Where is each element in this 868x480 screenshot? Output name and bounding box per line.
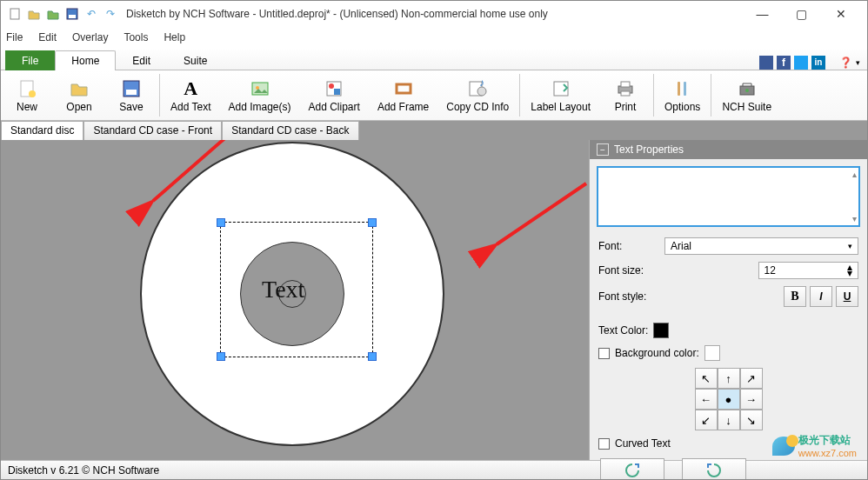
help-dropdown-icon[interactable]: ▾ [856,58,860,67]
menu-edit[interactable]: Edit [38,31,57,43]
close-button[interactable]: ✕ [821,2,860,26]
scroll-down-icon[interactable]: ▾ [852,214,857,223]
title-bar: ↶ ↷ Disketch by NCH Software - Untitled.… [1,1,867,27]
tab-edit[interactable]: Edit [116,50,167,70]
tab-cd-case-back[interactable]: Standard CD case - Back [222,121,358,140]
curved-text-label: Curved Text [615,437,671,450]
text-color-label: Text Color: [598,324,648,337]
redo-icon[interactable]: ↷ [103,7,117,21]
properties-panel: − Text Properties ▴ ▾ Font: Arial ▾ Font… [589,140,867,460]
action-button-1[interactable] [600,458,664,480]
resize-handle-br[interactable] [368,352,377,361]
tab-file[interactable]: File [5,50,55,70]
add-text-icon: A [180,78,201,99]
align-bl[interactable]: ↙ [695,410,718,430]
resize-handle-bl[interactable] [217,352,225,361]
underline-button[interactable]: U [836,286,858,307]
watermark: 极光下载站 www.xz7.com [772,433,857,458]
svg-rect-12 [397,84,411,93]
like-icon[interactable] [759,56,773,70]
linkedin-icon[interactable]: in [811,56,825,70]
font-size-label: Font size: [598,264,659,277]
alignment-grid: ↖ ↑ ↗ ← ● → ↙ ↓ ↘ [695,368,763,430]
align-ml[interactable]: ← [695,389,718,410]
add-text-button[interactable]: A Add Text [162,70,219,120]
add-frame-icon [393,78,414,99]
add-clipart-button[interactable]: Add Clipart [300,70,369,120]
facebook-icon[interactable]: f [777,56,791,70]
minimize-button[interactable]: — [743,2,782,26]
properties-title: Text Properties [614,143,684,156]
print-icon [615,78,636,99]
print-button[interactable]: Print [599,70,651,120]
copy-cd-info-icon: ♪ [467,78,488,99]
new-file-icon[interactable] [8,7,22,21]
text-color-swatch[interactable] [653,323,669,338]
watermark-logo-icon [772,437,795,456]
tab-cd-case-front[interactable]: Standard CD case - Front [83,121,222,140]
font-select[interactable]: Arial ▾ [664,237,858,255]
nch-suite-button[interactable]: NCH Suite [713,70,780,120]
canvas[interactable]: Text [1,140,589,460]
scroll-up-icon[interactable]: ▴ [852,170,857,179]
workspace: Text − Text Properties ▴ ▾ Font: Arial ▾… [1,140,867,460]
align-bc[interactable]: ↓ [718,410,740,430]
svg-rect-11 [334,89,340,95]
bg-color-checkbox[interactable] [598,348,610,359]
curved-text-checkbox[interactable] [598,438,610,450]
align-tr[interactable]: ↗ [740,368,763,389]
save-button[interactable]: Save [105,70,157,120]
undo-icon[interactable]: ↶ [84,7,98,21]
add-clipart-icon [324,78,344,99]
action-button-2[interactable] [682,458,746,480]
text-input[interactable]: ▴ ▾ [597,166,860,227]
help-icon[interactable]: ❓ [839,57,852,69]
svg-rect-21 [684,82,686,96]
new-button[interactable]: New [1,70,53,120]
canvas-text-object[interactable]: Text [262,276,304,303]
menu-overlay[interactable]: Overlay [72,31,108,43]
open-recent-icon[interactable] [46,7,60,21]
add-images-button[interactable]: Add Image(s) [219,70,299,120]
quick-access-toolbar: ↶ ↷ [8,7,117,21]
label-layout-button[interactable]: Label Layout [522,70,599,120]
ribbon-right: f in ❓ ▾ [759,56,867,70]
ribbon: New Open Save A Add Text Add Image(s) Ad… [1,70,867,121]
save-icon[interactable] [65,7,79,21]
resize-handle-tr[interactable] [368,218,377,227]
svg-rect-2 [69,15,76,18]
italic-button[interactable]: I [810,286,832,307]
window-title: Disketch by NCH Software - Untitled.depr… [126,8,548,20]
align-br[interactable]: ↘ [740,410,763,430]
align-tc[interactable]: ↑ [718,368,740,389]
menu-file[interactable]: File [6,31,23,43]
save-icon [121,78,142,99]
status-text: Disketch v 6.21 © NCH Software [8,464,159,477]
collapse-icon[interactable]: − [597,143,609,156]
font-label: Font: [598,240,659,252]
svg-point-23 [745,89,749,92]
chevron-down-icon: ▾ [848,242,852,250]
menu-help[interactable]: Help [164,31,185,43]
new-icon [17,78,37,99]
twitter-icon[interactable] [794,56,808,70]
align-mr[interactable]: → [740,389,763,410]
options-button[interactable]: Options [656,70,709,120]
resize-handle-tl[interactable] [217,218,225,227]
add-frame-button[interactable]: Add Frame [369,70,437,120]
tab-home[interactable]: Home [55,50,116,70]
menu-tools[interactable]: Tools [124,31,148,43]
tab-standard-disc[interactable]: Standard disc [1,121,83,140]
copy-cd-info-button[interactable]: ♪ Copy CD Info [437,70,517,120]
align-tl[interactable]: ↖ [695,368,718,389]
align-mc[interactable]: ● [718,389,740,410]
tab-suite[interactable]: Suite [167,50,224,70]
spin-down-icon[interactable]: ▾ [847,270,852,277]
font-size-input[interactable]: 12 ▴ ▾ [758,262,859,279]
open-button[interactable]: Open [53,70,105,120]
bg-color-swatch[interactable] [704,345,720,361]
bold-button[interactable]: B [784,286,806,307]
svg-text:♪: ♪ [479,79,484,89]
open-file-icon[interactable] [27,7,41,21]
maximize-button[interactable]: ▢ [782,2,821,26]
